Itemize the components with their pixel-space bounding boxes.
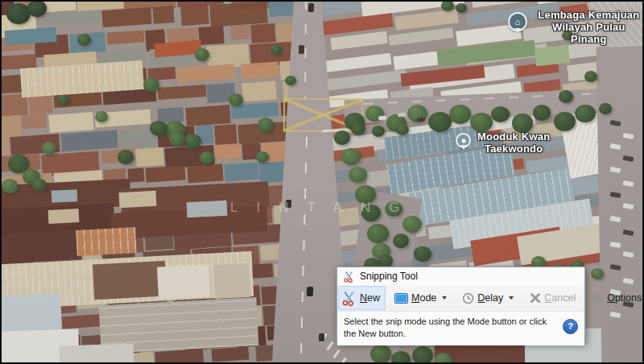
delay-dropdown-arrow[interactable] — [509, 296, 514, 300]
cancel-button[interactable]: Cancel — [526, 287, 580, 309]
car — [319, 333, 325, 341]
poi-lembaga[interactable]: ⌂ Lembaga Kemajuan Wilayah Pulau Pinang — [508, 9, 644, 45]
tree — [258, 118, 274, 132]
tree — [391, 351, 411, 364]
tree — [435, 353, 452, 364]
delay-button[interactable]: Delay — [458, 287, 518, 309]
tree — [491, 106, 510, 122]
cancel-button-label: Cancel — [544, 292, 576, 304]
map-block — [135, 147, 164, 167]
help-icon[interactable]: ? — [563, 319, 578, 334]
car — [378, 116, 386, 121]
tree — [449, 105, 471, 124]
map-block — [128, 168, 145, 182]
map-block — [48, 112, 94, 133]
map-block — [76, 227, 137, 256]
mode-button[interactable]: Mode — [390, 287, 451, 309]
mode-button-label: Mode — [411, 292, 436, 304]
tree — [169, 132, 185, 147]
institution-pin-icon[interactable]: ⌂ — [508, 12, 527, 31]
poi-mooduk-line1: Mooduk Kwan — [477, 130, 550, 143]
map-block — [60, 130, 118, 152]
tree — [2, 179, 18, 193]
tree — [77, 34, 91, 46]
tree — [575, 105, 596, 123]
poi-lembaga-label: Lembaga Kemajuan Wilayah Pulau Pinang — [534, 9, 644, 45]
map-block — [42, 0, 76, 13]
map-block — [199, 26, 225, 45]
car — [398, 113, 406, 118]
car — [308, 3, 314, 12]
screenshot-root: LINTANG ⌂ Lembaga Kemajuan Wilayah Pulau… — [0, 0, 644, 364]
map-block — [153, 6, 175, 24]
map-block — [187, 201, 228, 218]
tree — [256, 151, 269, 163]
map-block — [60, 343, 134, 364]
tree — [143, 77, 159, 92]
map-block — [155, 349, 204, 364]
map-block — [0, 135, 10, 155]
map-block — [52, 189, 78, 203]
map-block — [210, 2, 268, 27]
map-block — [322, 53, 392, 72]
poi-mooduk-label: Mooduk Kwan Taekwondo — [477, 130, 550, 155]
map-block — [213, 263, 250, 299]
snipping-tool-window: Snipping Tool New Mode — [336, 267, 585, 343]
map-block — [330, 31, 387, 50]
map-block — [180, 4, 209, 26]
map-block — [119, 191, 157, 208]
new-scissors-icon — [341, 291, 357, 306]
car — [307, 287, 314, 296]
snipping-tool-titlebar[interactable]: Snipping Tool — [337, 267, 584, 285]
tree — [351, 122, 365, 135]
map-block — [146, 166, 186, 183]
tree — [42, 142, 56, 155]
tree — [367, 224, 389, 243]
poi-mooduk[interactable]: Mooduk Kwan Taekwondo — [456, 130, 550, 155]
tree — [378, 254, 393, 267]
map-block — [0, 294, 62, 333]
tree — [393, 234, 409, 248]
map-block — [187, 163, 224, 183]
options-button[interactable]: Options — [588, 287, 644, 309]
tree — [334, 130, 350, 145]
tree — [559, 90, 573, 103]
map-block — [216, 143, 242, 159]
car — [299, 45, 304, 54]
tree — [412, 346, 433, 364]
map-block — [251, 23, 276, 43]
map-block — [48, 209, 80, 224]
place-pin-icon[interactable] — [456, 133, 471, 148]
map-block — [242, 81, 276, 101]
tree — [441, 0, 454, 11]
tree — [591, 268, 604, 279]
imagery-watermark: LINTANG — [230, 200, 418, 216]
tree — [349, 167, 367, 183]
options-button-label: Options — [607, 292, 642, 304]
poi-lembaga-line1: Lembaga Kemajuan — [534, 9, 644, 21]
tree — [370, 345, 391, 363]
status-text: Select the snip mode using the Mode butt… — [344, 316, 551, 341]
tree — [195, 48, 209, 61]
map-block — [22, 114, 47, 129]
new-button[interactable]: New — [338, 286, 386, 310]
map-block — [535, 45, 570, 66]
car — [417, 118, 425, 122]
map-block — [107, 31, 145, 45]
tree — [533, 105, 551, 121]
snipping-info-bar: Select the snip mode using the Mode butt… — [337, 312, 584, 345]
snipping-tool-icon — [343, 271, 355, 283]
map-block — [157, 264, 210, 299]
window-title: Snipping Tool — [360, 271, 418, 282]
tree — [229, 93, 243, 106]
poi-mooduk-line2: Taekwondo — [477, 143, 550, 155]
new-button-label: New — [360, 292, 380, 304]
cancel-x-icon — [530, 292, 541, 304]
map-block — [185, 105, 230, 126]
map-block — [211, 346, 249, 362]
pin-tail — [460, 145, 467, 153]
map-block — [320, 70, 407, 92]
gear-icon — [592, 292, 604, 304]
clock-icon — [462, 292, 474, 304]
mode-dropdown-arrow[interactable] — [442, 296, 447, 300]
